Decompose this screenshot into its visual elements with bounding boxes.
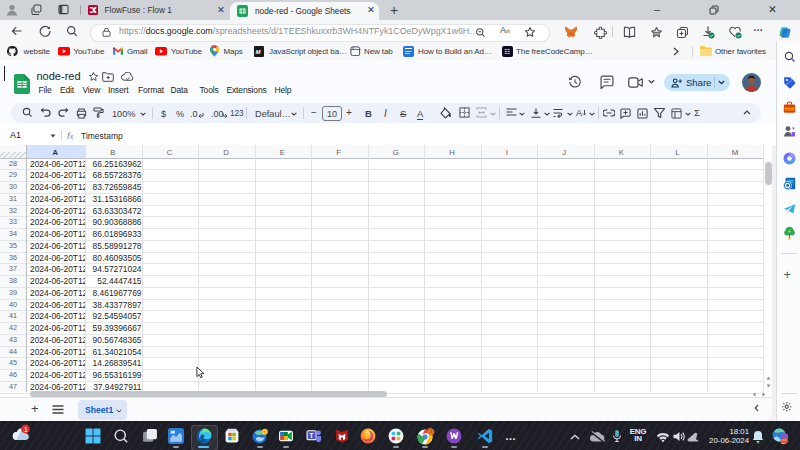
svg-text:T: T — [309, 432, 314, 439]
svg-text:A: A — [576, 108, 582, 118]
svg-text:1: 1 — [24, 426, 28, 433]
